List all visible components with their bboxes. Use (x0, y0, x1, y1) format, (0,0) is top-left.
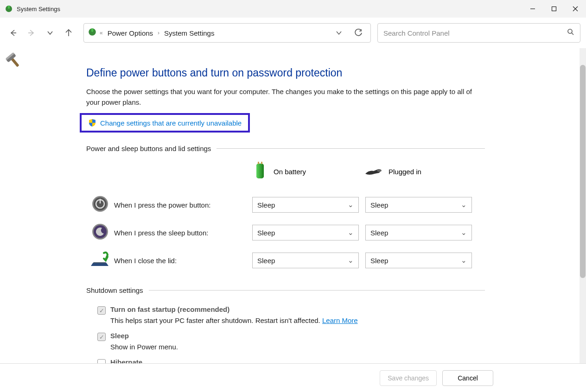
change-settings-link[interactable]: Change settings that are currently unava… (100, 119, 242, 127)
fast-startup-label: Turn on fast startup (recommended) (110, 305, 229, 313)
forward-button[interactable] (23, 25, 40, 41)
titlebar: System Settings (0, 0, 586, 18)
change-settings-highlight: Change settings that are currently unava… (80, 113, 250, 133)
hammer-icon (4, 66, 25, 74)
close-lid-plugged-combo[interactable]: Sleep⌄ (365, 253, 472, 268)
row-sleep-button-label: When I press the sleep button: (114, 229, 252, 237)
shield-icon (88, 119, 96, 127)
content-area: Define power buttons and turn on passwor… (32, 48, 580, 364)
column-on-battery-label: On battery (274, 168, 306, 176)
row-power-button: When I press the power button: Sleep⌄ Sl… (86, 191, 485, 219)
breadcrumb-power-options[interactable]: Power Options (106, 28, 155, 38)
row-close-lid-label: When I close the lid: (114, 257, 252, 265)
chevron-down-icon: ⌄ (461, 228, 467, 237)
chevron-down-icon: ⌄ (461, 201, 467, 209)
column-on-battery: On battery (252, 161, 364, 183)
sleep-button-plugged-combo[interactable]: Sleep⌄ (365, 225, 472, 240)
laptop-lid-icon (90, 250, 110, 271)
plug-icon (364, 165, 383, 178)
battery-icon (252, 161, 268, 183)
power-button-plugged-combo[interactable]: Sleep⌄ (365, 197, 472, 213)
chevron-down-icon: ⌄ (348, 228, 354, 237)
left-gutter (0, 48, 32, 364)
svg-rect-10 (91, 28, 93, 32)
nav-toolbar: « Power Options › System Settings (0, 18, 586, 48)
learn-more-link[interactable]: Learn More (322, 316, 358, 324)
chevron-down-icon: ⌄ (348, 201, 354, 209)
divider (149, 290, 485, 291)
address-bar[interactable]: « Power Options › System Settings (83, 23, 371, 43)
up-button[interactable] (60, 25, 77, 41)
history-dropdown[interactable] (42, 25, 58, 41)
footer-bar: Save changes Cancel (0, 363, 586, 392)
row-power-button-label: When I press the power button: (114, 201, 252, 209)
svg-line-12 (572, 33, 573, 35)
back-button[interactable] (5, 25, 21, 41)
overflow-chevron-icon[interactable]: « (100, 30, 103, 36)
row-sleep-button: When I press the sleep button: Sleep⌄ Sl… (86, 219, 485, 247)
cancel-button[interactable]: Cancel (442, 370, 493, 386)
page-intro: Choose the power settings that you want … (86, 87, 476, 107)
save-changes-button[interactable]: Save changes (380, 370, 437, 386)
fast-startup-desc: This helps start your PC faster after sh… (86, 316, 485, 329)
divider (217, 148, 485, 149)
close-lid-battery-combo[interactable]: Sleep⌄ (252, 253, 359, 268)
search-input[interactable] (383, 29, 567, 37)
sleep-checkbox[interactable] (97, 333, 106, 341)
sleep-button-icon (91, 222, 109, 243)
close-button[interactable] (565, 0, 586, 18)
window-title: System Settings (17, 6, 60, 13)
sleep-option-label: Sleep (110, 332, 129, 340)
svg-rect-1 (8, 6, 10, 9)
sleep-option-desc: Show in Power menu. (86, 343, 485, 355)
vertical-scrollbar[interactable] (580, 48, 586, 364)
svg-rect-17 (256, 164, 264, 178)
minimize-button[interactable] (522, 0, 543, 18)
section-power-buttons-title: Power and sleep buttons and lid settings (86, 145, 211, 152)
control-panel-icon (88, 27, 97, 38)
section-shutdown-title: Shutdown settings (86, 286, 143, 294)
row-close-lid: When I close the lid: Sleep⌄ Sleep⌄ (86, 247, 485, 274)
power-button-battery-combo[interactable]: Sleep⌄ (252, 197, 359, 213)
svg-rect-19 (261, 162, 262, 164)
refresh-button[interactable] (350, 25, 367, 41)
svg-rect-18 (258, 162, 259, 164)
page-title: Define power buttons and turn on passwor… (86, 67, 580, 79)
fast-startup-checkbox[interactable] (97, 306, 106, 315)
column-plugged-in-label: Plugged in (389, 168, 421, 176)
chevron-down-icon: ⌄ (348, 256, 354, 265)
address-dropdown[interactable] (331, 25, 347, 41)
breadcrumb-system-settings[interactable]: System Settings (162, 28, 216, 38)
sleep-button-battery-combo[interactable]: Sleep⌄ (252, 225, 359, 240)
search-icon[interactable] (567, 28, 574, 38)
chevron-right-icon: › (158, 30, 159, 36)
app-icon (5, 5, 13, 13)
scrollbar-thumb[interactable] (580, 65, 586, 278)
power-button-icon (91, 195, 109, 215)
column-plugged-in: Plugged in (364, 165, 477, 178)
svg-rect-3 (552, 7, 556, 11)
svg-point-11 (568, 29, 572, 33)
svg-point-20 (377, 169, 382, 172)
chevron-down-icon: ⌄ (461, 256, 467, 265)
search-box[interactable] (377, 23, 580, 43)
maximize-button[interactable] (543, 0, 565, 18)
